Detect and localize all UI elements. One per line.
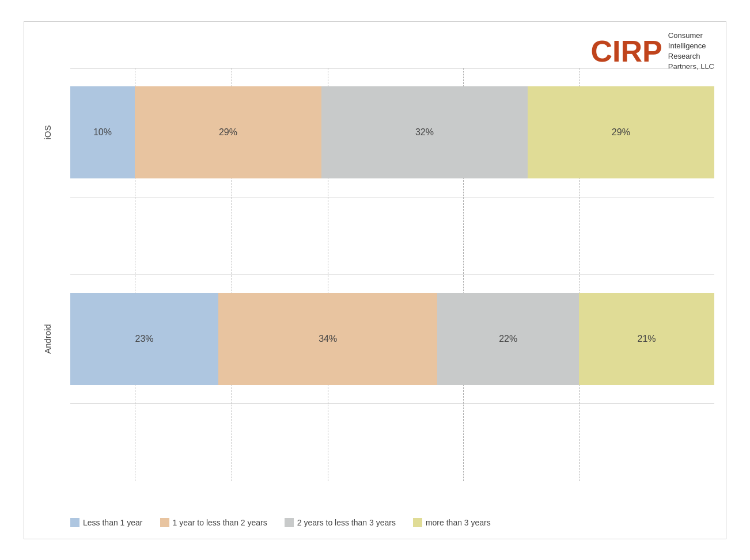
legend-item-less1: Less than 1 year [70,518,143,527]
legend: Less than 1 year 1 year to less than 2 y… [70,518,714,527]
ios-seg-peach: 29% [135,86,321,178]
android-row-section: Android 23% 34% 22% 21% [70,275,714,404]
ios-seg-yellow: 29% [528,86,714,178]
legend-label-less1: Less than 1 year [83,518,143,527]
logo-full-name: Consumer Intelligence Research Partners,… [668,31,714,73]
legend-swatch-2to3 [285,518,294,527]
legend-item-more3: more than 3 years [413,518,491,527]
ios-seg-blue: 10% [70,86,135,178]
android-seg-gray: 22% [437,293,579,385]
spacer-row [70,197,714,275]
ios-row-section: iOS 10% 29% 32% 29% [70,68,714,197]
legend-swatch-1to2 [160,518,169,527]
legend-item-2to3: 2 years to less than 3 years [285,518,396,527]
android-seg-blue: 23% [70,293,218,385]
legend-label-1to2: 1 year to less than 2 years [173,518,267,527]
legend-label-more3: more than 3 years [426,518,491,527]
ios-label: iOS [43,115,52,150]
legend-item-1to2: 1 year to less than 2 years [160,518,267,527]
rows-wrapper: iOS 10% 29% 32% 29% Android 23 [70,68,714,481]
chart-area: iOS 10% 29% 32% 29% Android 23 [70,68,714,481]
legend-label-2to3: 2 years to less than 3 years [297,518,396,527]
bottom-spacer [70,404,714,481]
android-seg-peach: 34% [218,293,437,385]
android-bar-row: Android 23% 34% 22% 21% [70,293,714,385]
ios-bar-row: iOS 10% 29% 32% 29% [70,86,714,178]
legend-swatch-less1 [70,518,79,527]
android-label: Android [43,322,52,356]
logo-area: CIRP Consumer Intelligence Research Part… [591,31,714,73]
android-seg-yellow: 21% [579,293,714,385]
legend-swatch-more3 [413,518,422,527]
ios-seg-gray: 32% [321,86,528,178]
cirp-logo-text: CIRP [591,36,662,66]
chart-container: CIRP Consumer Intelligence Research Part… [24,21,726,539]
